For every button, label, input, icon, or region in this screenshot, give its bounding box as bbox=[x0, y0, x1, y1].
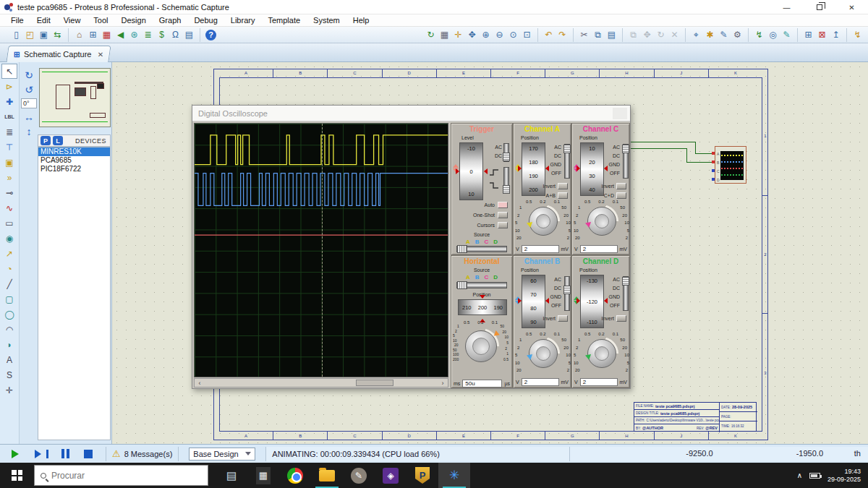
menu-item[interactable]: Help bbox=[346, 15, 376, 25]
ide-app-icon[interactable]: ◈ bbox=[375, 463, 407, 488]
stop-button[interactable] bbox=[84, 450, 93, 458]
restore-button[interactable] bbox=[803, 0, 835, 14]
selection-tool-icon[interactable]: ↖ bbox=[1, 64, 17, 79]
pick-devices-button[interactable]: P bbox=[41, 136, 51, 145]
grid-toggle-icon[interactable]: ▦ bbox=[438, 28, 451, 42]
scroll-right-icon[interactable]: › bbox=[438, 380, 448, 387]
new-sheet-icon[interactable]: ⊞ bbox=[801, 28, 815, 42]
decompose-icon[interactable]: ⚙ bbox=[731, 28, 744, 42]
subcircuit-icon[interactable]: ▣ bbox=[1, 155, 17, 170]
paint-app-icon[interactable]: ✎ bbox=[343, 463, 375, 488]
packaging-tool-icon[interactable]: ✎ bbox=[717, 28, 731, 42]
2d-marker-icon[interactable]: ✛ bbox=[1, 382, 17, 398]
scope-horizontal-scrollbar[interactable]: ‹ › bbox=[194, 378, 448, 388]
project-notes-icon[interactable]: ▤ bbox=[182, 28, 196, 42]
2d-box-icon[interactable]: ▢ bbox=[1, 291, 17, 307]
design-configuration-icon[interactable]: ↯ bbox=[851, 28, 864, 42]
2d-text-icon[interactable]: A bbox=[1, 352, 17, 367]
horizontal-position-display[interactable]: 210200190 bbox=[458, 299, 507, 315]
copy-icon[interactable]: ⧉ bbox=[591, 28, 605, 42]
cut-icon[interactable]: ✂ bbox=[577, 28, 591, 42]
rotation-angle-field[interactable]: 0° bbox=[21, 98, 37, 108]
terminal-mode-icon[interactable]: » bbox=[1, 170, 17, 185]
origin-icon[interactable]: ✛ bbox=[451, 28, 465, 42]
channel-b-invert-button[interactable] bbox=[558, 315, 568, 322]
search-input[interactable] bbox=[51, 471, 174, 481]
import-project-icon[interactable]: ⇆ bbox=[51, 28, 64, 42]
trigger-source-slider[interactable] bbox=[456, 246, 507, 252]
menu-item[interactable]: Design bbox=[115, 15, 153, 25]
2d-line-icon[interactable]: ╱ bbox=[1, 276, 17, 291]
block-move-icon[interactable]: ✥ bbox=[640, 28, 654, 42]
channel-a-gain-knob[interactable] bbox=[529, 207, 558, 236]
trigger-level-display[interactable]: -10010 bbox=[459, 142, 483, 200]
menu-item[interactable]: Edit bbox=[30, 15, 57, 25]
scroll-thumb[interactable] bbox=[356, 380, 393, 386]
channel-d-position-display[interactable]: -130-120-110 bbox=[580, 275, 604, 328]
menu-item[interactable]: Debug bbox=[187, 15, 224, 25]
channel-b-coupling-slider[interactable] bbox=[564, 276, 570, 311]
design-explorer-icon[interactable]: ≣ bbox=[141, 28, 155, 42]
device-list-item[interactable]: MINRES10K bbox=[38, 147, 110, 156]
proteus-app-icon[interactable]: ✳ bbox=[438, 463, 470, 488]
channel-d-gain-knob[interactable] bbox=[587, 339, 616, 368]
redraw-icon[interactable]: ↻ bbox=[424, 28, 438, 42]
generator-mode-icon[interactable]: ◉ bbox=[1, 231, 17, 246]
channel-c-position-display[interactable]: 10203040 bbox=[580, 142, 604, 196]
text-script-icon[interactable]: ≣ bbox=[1, 124, 17, 140]
open-project-icon[interactable]: ◰ bbox=[23, 28, 37, 42]
flip-vertical-icon[interactable]: ↕ bbox=[27, 126, 32, 137]
channel-a-sum-button[interactable] bbox=[558, 192, 568, 199]
menu-item[interactable]: View bbox=[57, 15, 88, 25]
minimize-button[interactable]: — bbox=[770, 0, 803, 14]
zoom-area-icon[interactable]: ⊡ bbox=[520, 28, 534, 42]
channel-c-sum-button[interactable] bbox=[616, 192, 626, 199]
wire-label-icon[interactable]: LBL bbox=[1, 109, 17, 124]
play-button[interactable] bbox=[12, 450, 23, 458]
graph-mode-icon[interactable]: ∿ bbox=[1, 200, 17, 215]
menu-item[interactable]: System bbox=[307, 15, 346, 25]
channel-d-coupling-slider[interactable] bbox=[623, 276, 629, 311]
schematic-overview-preview[interactable] bbox=[39, 68, 111, 127]
buses-mode-icon[interactable]: ⊤ bbox=[1, 140, 17, 155]
new-project-icon[interactable]: ▯ bbox=[9, 28, 23, 42]
zoom-out-icon[interactable]: ⊖ bbox=[493, 28, 506, 42]
battery-icon[interactable] bbox=[809, 473, 820, 479]
exit-to-parent-icon[interactable]: ↥ bbox=[829, 28, 843, 42]
wire[interactable] bbox=[631, 148, 687, 149]
channel-d-invert-button[interactable] bbox=[616, 315, 626, 322]
block-delete-icon[interactable]: ✕ bbox=[668, 28, 681, 42]
chrome-icon[interactable] bbox=[279, 463, 311, 488]
flip-horizontal-icon[interactable]: ↔ bbox=[24, 111, 34, 123]
wire[interactable] bbox=[695, 142, 696, 153]
component-mode-icon[interactable]: ⊳ bbox=[1, 79, 17, 94]
rotate-clockwise-icon[interactable]: ↻ bbox=[25, 69, 33, 81]
device-list-item[interactable]: PIC18F6722 bbox=[38, 165, 110, 174]
wire[interactable] bbox=[686, 148, 687, 163]
proteus-launcher-icon[interactable]: P bbox=[407, 463, 438, 488]
close-button[interactable]: ✕ bbox=[835, 0, 868, 14]
block-copy-icon[interactable]: ⧉ bbox=[626, 28, 640, 42]
trigger-edge-slider[interactable] bbox=[503, 167, 509, 192]
remove-sheet-icon[interactable]: ⊠ bbox=[815, 28, 829, 42]
tab-close-icon[interactable]: ✕ bbox=[98, 51, 103, 59]
make-device-icon[interactable]: ✱ bbox=[703, 28, 717, 42]
archive-app-icon[interactable]: ▤ bbox=[216, 463, 247, 488]
tray-expand-icon[interactable]: ∧ bbox=[797, 471, 802, 479]
2d-arc-icon[interactable]: ◠ bbox=[1, 322, 17, 337]
redo-icon[interactable]: ↷ bbox=[556, 28, 569, 42]
design-selector-dropdown[interactable]: Base Design bbox=[189, 448, 255, 461]
schematic-capture-icon[interactable]: ⊞ bbox=[86, 28, 100, 42]
pcb-layout-icon[interactable]: ▦ bbox=[100, 28, 114, 42]
home-icon[interactable]: ⌂ bbox=[72, 28, 86, 42]
previous-view-icon[interactable]: ◀ bbox=[114, 28, 127, 42]
menu-item[interactable]: Graph bbox=[153, 15, 188, 25]
search-tag-icon[interactable]: ◎ bbox=[766, 28, 780, 42]
taskbar-search[interactable] bbox=[34, 465, 208, 486]
current-probe-icon[interactable]: ◔ bbox=[1, 261, 17, 276]
one-shot-button[interactable] bbox=[498, 212, 508, 218]
channel-c-invert-button[interactable] bbox=[616, 183, 626, 189]
library-manager-button[interactable]: L bbox=[53, 136, 63, 145]
paste-icon[interactable]: ▤ bbox=[605, 28, 618, 42]
cursors-button[interactable] bbox=[498, 222, 508, 228]
